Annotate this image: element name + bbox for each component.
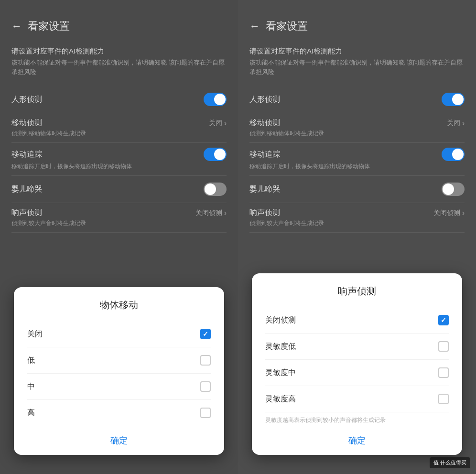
right-dialog: 响声侦测 关闭侦测 灵敏度低 灵敏度中 灵敏度高 灵敏度越高表示侦测到较小的声音… — [252, 273, 462, 455]
left-dialog-option-2-label: 中 — [27, 382, 35, 392]
right-dialog-checkbox-1[interactable] — [438, 341, 449, 352]
right-dialog-note: 灵敏度越高表示侦测到较小的声音都将生成记录 — [265, 412, 449, 426]
right-dialog-checkbox-0[interactable] — [438, 315, 449, 325]
watermark: 值 什么值得买 — [430, 457, 470, 468]
right-dialog-overlay: 响声侦测 关闭侦测 灵敏度低 灵敏度中 灵敏度高 灵敏度越高表示侦测到较小的声音… — [238, 0, 476, 474]
left-dialog-option-3-label: 高 — [27, 408, 35, 418]
left-dialog-checkbox-3[interactable] — [200, 408, 211, 418]
left-dialog-checkbox-1[interactable] — [200, 355, 211, 366]
left-dialog-checkbox-2[interactable] — [200, 381, 211, 392]
right-dialog-option-1[interactable]: 灵敏度低 — [265, 334, 449, 360]
right-dialog-checkbox-3[interactable] — [438, 394, 449, 404]
left-dialog-option-0-label: 关闭 — [27, 329, 43, 339]
left-dialog-title: 物体移动 — [27, 299, 211, 312]
right-dialog-option-1-label: 灵敏度低 — [265, 342, 296, 352]
left-dialog-checkbox-0[interactable] — [200, 329, 211, 339]
right-dialog-confirm-row: 确定 — [265, 426, 449, 455]
right-panel: ← 看家设置 请设置对应事件的AI检测能力 该功能不能保证对每一例事件都能准确识… — [238, 0, 476, 474]
left-dialog-option-0[interactable]: 关闭 — [27, 321, 211, 347]
right-dialog-option-0-label: 关闭侦测 — [265, 315, 296, 325]
left-dialog-confirm-row: 确定 — [27, 426, 211, 455]
right-confirm-button[interactable]: 确定 — [348, 435, 366, 446]
right-dialog-option-3[interactable]: 灵敏度高 — [265, 386, 449, 412]
left-confirm-button[interactable]: 确定 — [110, 435, 128, 446]
right-dialog-checkbox-2[interactable] — [438, 367, 449, 378]
left-dialog-overlay: 物体移动 关闭 低 中 高 确定 — [0, 0, 238, 474]
left-dialog-option-1-label: 低 — [27, 356, 35, 366]
right-dialog-option-2-label: 灵敏度中 — [265, 368, 296, 378]
right-dialog-option-3-label: 灵敏度高 — [265, 394, 296, 404]
left-panel: ← 看家设置 请设置对应事件的AI检测能力 该功能不能保证对每一例事件都能准确识… — [0, 0, 238, 474]
left-dialog-option-2[interactable]: 中 — [27, 374, 211, 400]
left-dialog-option-1[interactable]: 低 — [27, 347, 211, 374]
right-dialog-option-0[interactable]: 关闭侦测 — [265, 307, 449, 334]
right-dialog-title: 响声侦测 — [265, 285, 449, 298]
left-dialog-option-3[interactable]: 高 — [27, 400, 211, 426]
right-dialog-option-2[interactable]: 灵敏度中 — [265, 360, 449, 386]
left-dialog: 物体移动 关闭 低 中 高 确定 — [14, 287, 224, 455]
